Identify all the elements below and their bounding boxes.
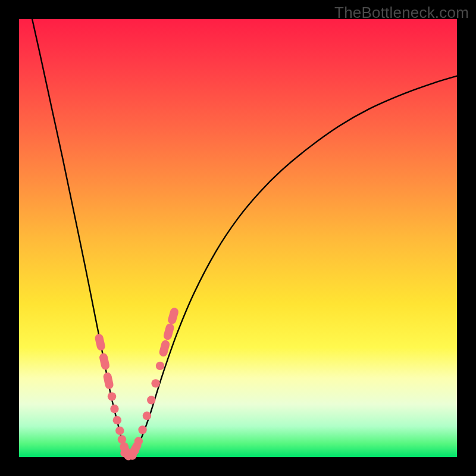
marker-point bbox=[110, 405, 118, 413]
marker-point bbox=[143, 412, 151, 420]
marker-point bbox=[134, 437, 143, 445]
marker-point bbox=[147, 396, 155, 404]
marker-point bbox=[151, 379, 159, 387]
marker-point bbox=[113, 416, 121, 424]
curve-right-branch bbox=[129, 76, 457, 455]
plot-area bbox=[19, 19, 457, 457]
marker-point bbox=[156, 362, 164, 370]
marker-point bbox=[115, 427, 124, 435]
marker-point bbox=[138, 425, 146, 434]
marker-point bbox=[94, 333, 106, 351]
marker-point bbox=[99, 352, 111, 370]
curve-left-branch bbox=[32, 19, 129, 455]
marker-point bbox=[108, 392, 116, 400]
watermark-text: TheBottleneck.com bbox=[334, 4, 469, 22]
marker-group bbox=[94, 307, 179, 462]
marker-point bbox=[162, 322, 175, 341]
curve-layer bbox=[19, 19, 457, 457]
marker-point bbox=[167, 307, 180, 325]
chart-frame: TheBottleneck.com bbox=[0, 0, 476, 476]
marker-point bbox=[102, 372, 114, 390]
